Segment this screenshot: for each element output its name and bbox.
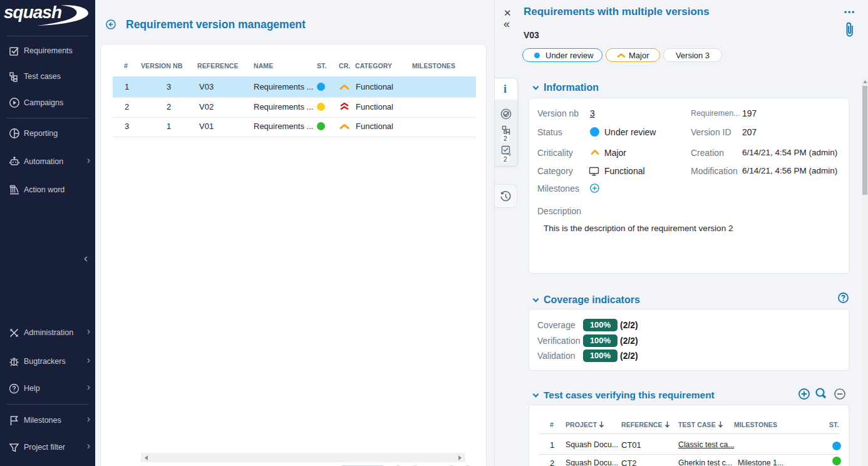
svg-text:squash: squash	[4, 3, 61, 22]
